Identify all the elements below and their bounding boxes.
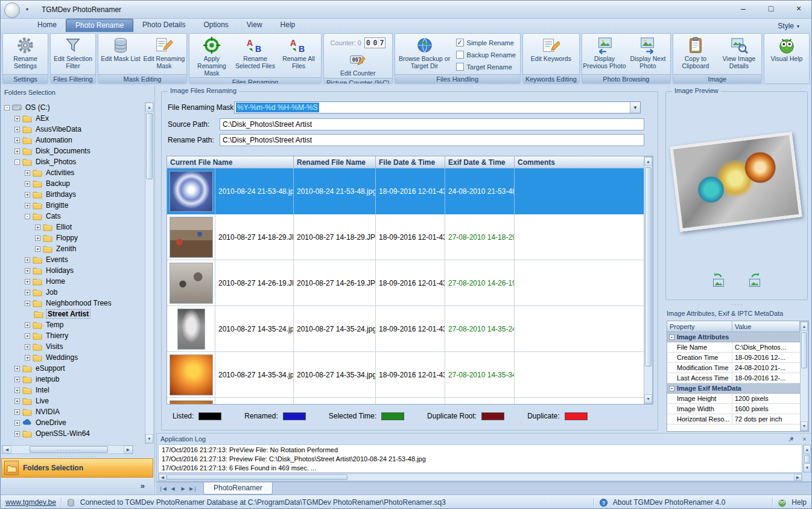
- ribbon-button-edit-renaming-mask[interactable]: Edit Renaming Mask: [142, 34, 186, 74]
- ribbon-button-copy-to-clipboard[interactable]: Copy to Clipboard: [674, 34, 717, 74]
- table-row[interactable]: 2010-08-27 14-35-34.jpg2010-08-27 14-35-…: [167, 352, 645, 398]
- scroll-down-icon[interactable]: ▼: [801, 421, 808, 431]
- tree-item-job[interactable]: +Job: [2, 287, 145, 298]
- expand-icon[interactable]: +: [25, 257, 30, 263]
- metadata-group-image-exif-metadata[interactable]: -Image Exif MetaData: [667, 383, 800, 394]
- tree-item-os-c[interactable]: -OS (C:): [2, 102, 145, 113]
- last-tab-icon[interactable]: ▶❘: [188, 484, 198, 494]
- app-menu-orb[interactable]: [4, 2, 20, 18]
- panel-overflow-button[interactable]: »: [141, 481, 145, 490]
- tab-home[interactable]: Home: [28, 19, 66, 32]
- scroll-left-icon[interactable]: ◀: [2, 446, 11, 453]
- scroll-down-icon[interactable]: ▼: [804, 463, 811, 472]
- tree-item-street-artist[interactable]: Street Artist: [2, 309, 145, 319]
- rotate-right-button[interactable]: [745, 271, 766, 291]
- tree-item-nvidia[interactable]: +NVIDIA: [2, 406, 145, 417]
- scroll-up-icon[interactable]: ▲: [145, 103, 153, 112]
- scrollbar-thumb[interactable]: [167, 475, 347, 480]
- collapse-icon[interactable]: -: [669, 386, 674, 391]
- source-path-field[interactable]: C:\Disk_Photos\Street Artist: [220, 118, 644, 130]
- website-link[interactable]: www.tgmdev.be: [5, 498, 56, 507]
- ribbon-button-rename-settings[interactable]: Rename Settings: [4, 34, 47, 74]
- expand-icon[interactable]: +: [35, 225, 40, 230]
- ribbon-button-display-next-photo[interactable]: Display Next Photo: [626, 34, 670, 74]
- tab-help[interactable]: Help: [271, 19, 305, 32]
- tree-item-aex[interactable]: +AEx: [2, 113, 145, 124]
- expand-icon[interactable]: +: [25, 301, 30, 306]
- checkbox-simple-rename[interactable]: ✓Simple Rename: [456, 39, 516, 46]
- expand-icon[interactable]: +: [35, 246, 40, 252]
- tree-item-events[interactable]: +Events: [2, 254, 145, 265]
- ribbon-button-display-previous-photo[interactable]: Display Previous Photo: [583, 34, 626, 74]
- tree-item-intel[interactable]: +Intel: [2, 385, 145, 395]
- expand-icon[interactable]: +: [14, 116, 20, 121]
- expand-icon[interactable]: +: [25, 192, 30, 197]
- column-header-property[interactable]: Property: [667, 321, 732, 332]
- scroll-down-icon[interactable]: ▼: [644, 394, 652, 403]
- next-tab-icon[interactable]: ▶: [178, 484, 188, 494]
- table-vertical-scrollbar[interactable]: ▲ ▼: [644, 156, 653, 404]
- tree-vertical-scrollbar[interactable]: ▲ ▼: [145, 102, 154, 444]
- expand-icon[interactable]: +: [14, 366, 20, 371]
- table-row[interactable]: [167, 398, 645, 404]
- collapse-icon[interactable]: -: [25, 214, 30, 219]
- expand-icon[interactable]: +: [25, 333, 30, 339]
- ribbon-button-rename-selected-files[interactable]: ABRename Selected Files: [233, 34, 277, 77]
- tab-photo-rename[interactable]: Photo Rename: [66, 19, 133, 32]
- tree-item-temp[interactable]: +Temp: [2, 319, 145, 330]
- checkbox-backup-rename[interactable]: Backup Rename: [456, 51, 516, 59]
- ribbon-button-browse-backup-or-target-dir[interactable]: Browse Backup or Target Dir: [396, 34, 454, 74]
- ribbon-button-edit-counter[interactable]: 007Edit Counter: [336, 49, 379, 77]
- collapse-icon[interactable]: -: [4, 105, 10, 110]
- expand-icon[interactable]: +: [25, 322, 30, 328]
- log-vertical-scrollbar[interactable]: ▲ ▼: [803, 444, 811, 473]
- scroll-right-icon[interactable]: ▶: [124, 446, 133, 453]
- expand-icon[interactable]: +: [35, 235, 40, 241]
- metadata-vertical-scrollbar[interactable]: ▲ ▼: [800, 321, 808, 431]
- help-label[interactable]: Help: [791, 498, 807, 507]
- pin-icon[interactable]: [787, 435, 795, 443]
- close-button[interactable]: ×: [790, 2, 808, 14]
- expand-icon[interactable]: +: [14, 409, 20, 415]
- checkbox-icon[interactable]: [456, 63, 464, 71]
- scroll-up-icon[interactable]: ▲: [644, 157, 652, 166]
- scroll-down-icon[interactable]: ▼: [145, 434, 153, 443]
- tree-item-asusvibedata[interactable]: +AsusVibeData: [2, 124, 145, 135]
- scrollbar-thumb[interactable]: [146, 113, 153, 179]
- table-row[interactable]: 2010-08-27 14-26-19.JPG2010-08-27 14-26-…: [167, 260, 645, 306]
- previous-tab-icon[interactable]: ◀: [168, 484, 178, 494]
- expand-icon[interactable]: +: [14, 138, 20, 143]
- tree-item-weddings[interactable]: +Weddings: [2, 352, 145, 363]
- tree-item-automation[interactable]: +Automation: [2, 135, 145, 146]
- tree-item-neighborhood-trees[interactable]: +Neighborhood Trees: [2, 298, 145, 309]
- tree-item-cats[interactable]: -Cats: [2, 211, 145, 222]
- tree-item-home[interactable]: +Home: [2, 276, 145, 287]
- tree-item-openssl-win64[interactable]: +OpenSSL-Win64: [2, 428, 145, 439]
- scrollbar-thumb[interactable]: [645, 167, 652, 367]
- panel-splitter-handle[interactable]: ····: [662, 303, 812, 307]
- log-horizontal-scrollbar[interactable]: ◀ ▶: [158, 473, 802, 481]
- metadata-row-image-width[interactable]: Image Width1600 pixels: [667, 404, 800, 414]
- expand-icon[interactable]: +: [14, 431, 20, 437]
- tree-item-visits[interactable]: +Visits: [2, 341, 145, 352]
- tree-item-brigitte[interactable]: +Brigitte: [2, 200, 145, 211]
- column-header-comments[interactable]: Comments: [515, 156, 645, 168]
- tab-options[interactable]: Options: [194, 19, 237, 32]
- scroll-right-icon[interactable]: ▶: [794, 474, 802, 481]
- column-header-file-date-time[interactable]: File Date & Time: [376, 156, 445, 168]
- expand-icon[interactable]: +: [25, 355, 30, 360]
- ribbon-button-apply-renaming-mask[interactable]: Apply Renaming Mask: [190, 34, 233, 77]
- tree-item-holidays[interactable]: +Holidays: [2, 265, 145, 276]
- tree-item-birthdays[interactable]: +Birthdays: [2, 189, 145, 200]
- ribbon-button-edit-selection-filter[interactable]: Edit Selection Filter: [51, 34, 95, 74]
- scrollbar-thumb[interactable]: [804, 455, 810, 463]
- ribbon-button-edit-mask-list[interactable]: Edit Mask List: [99, 34, 142, 74]
- metadata-row-image-height[interactable]: Image Height1200 pixels: [667, 394, 800, 404]
- tab-view[interactable]: View: [238, 19, 271, 32]
- checkbox-icon[interactable]: [456, 51, 464, 59]
- first-tab-icon[interactable]: ❘◀: [157, 484, 168, 494]
- metadata-group-image-attributes[interactable]: -Image Attributes: [667, 332, 800, 342]
- scroll-left-icon[interactable]: ◀: [159, 474, 167, 481]
- about-label[interactable]: About TGMDev PhotoRenamer 4.0: [613, 498, 726, 507]
- combo-dropdown-icon[interactable]: ▼: [630, 102, 640, 113]
